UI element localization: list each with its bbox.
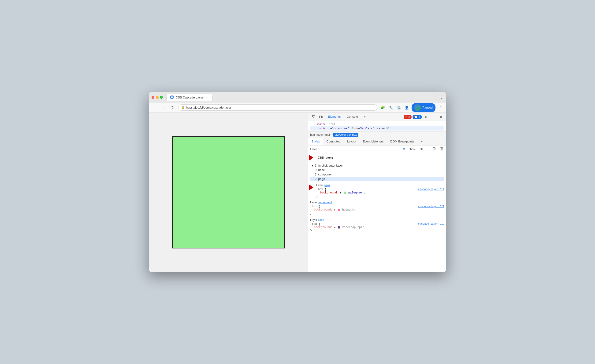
color-arrow-base[interactable]: ▶: [334, 226, 335, 229]
styles-tab[interactable]: Styles: [308, 138, 323, 145]
close-button[interactable]: [152, 96, 154, 99]
devtools-tabs: Elements Console »: [325, 113, 368, 120]
settings-button[interactable]: ⚙: [423, 114, 429, 120]
layout-icon[interactable]: [438, 146, 444, 152]
devtools-icon[interactable]: 🔧: [388, 104, 394, 111]
event-listeners-tab[interactable]: Event Listeners: [359, 138, 387, 145]
copy-styles-button[interactable]: [431, 146, 437, 152]
tab-favicon: [170, 96, 174, 99]
color-arrow-component[interactable]: ▶: [334, 208, 335, 211]
color-arrow-page[interactable]: ▶: [340, 191, 341, 194]
more-style-tabs[interactable]: »: [418, 138, 426, 145]
css-rule-base: .box { cascade-layer:317 background: ▶ r…: [310, 222, 444, 232]
warning-badge: 💬 4: [412, 115, 422, 119]
refresh-button[interactable]: ↻: [169, 104, 176, 111]
more-menu-button[interactable]: ⋮: [437, 104, 443, 111]
layer-base-link[interactable]: base: [318, 218, 324, 221]
svg-rect-4: [433, 148, 435, 150]
profile-icon[interactable]: 👤: [404, 104, 410, 111]
layer-page-link[interactable]: page: [324, 184, 330, 187]
traffic-lights: [152, 96, 163, 99]
breadcrumb-main[interactable]: main: [325, 133, 332, 136]
active-tab[interactable]: CSS Cascade Layer ×: [167, 94, 212, 101]
paused-label: Paused: [422, 106, 433, 109]
layout-tab[interactable]: Layout: [344, 138, 359, 145]
breadcrumb-selected[interactable]: div#color-box.box: [333, 133, 358, 137]
devtools-panel: Elements Console » ✕ 8 💬 4: [308, 113, 446, 272]
console-tab[interactable]: Console: [344, 113, 361, 120]
color-swatch-hotpink[interactable]: [338, 209, 340, 211]
more-tabs-button[interactable]: »: [361, 113, 368, 120]
css-tree: ▼ 3: implicit outer layer 0: base 1: com…: [308, 162, 446, 182]
breadcrumb: html › body › main › div#color-box.box: [308, 132, 446, 138]
color-box: [172, 136, 285, 248]
address-bar: ← → ↻ 🔒 🧩 🔧 📡 👤 Paused ⋮: [149, 103, 446, 113]
color-swatch-palegreen[interactable]: [344, 192, 346, 194]
add-style-button[interactable]: +: [426, 147, 430, 151]
layer-base-section: Layer base .box { cascade-layer:317 back…: [308, 217, 446, 234]
layer-component-section: Layer component .box { cascade-layer:322…: [308, 199, 446, 217]
webpage-area: [149, 113, 308, 272]
address-bar-icons: 🧩 🔧 📡 👤 Paused ⋮: [380, 103, 443, 112]
minimize-button[interactable]: [156, 96, 159, 99]
user-avatar: [414, 104, 421, 111]
css-source-page[interactable]: cascade-layer:312: [418, 188, 444, 191]
svg-point-0: [171, 96, 173, 98]
computed-tab[interactable]: Computed: [323, 138, 344, 145]
layer-page-header: Layer page: [316, 184, 444, 187]
back-button[interactable]: ←: [152, 104, 158, 111]
css-tree-base[interactable]: 0: base: [310, 168, 444, 172]
layer-component-header: Layer component: [310, 201, 444, 204]
css-source-base[interactable]: cascade-layer:317: [418, 222, 444, 225]
dom-line-1: <main> grid: [310, 122, 444, 126]
maximize-button[interactable]: [160, 96, 163, 99]
styles-content: CSS layers ▼ 3: implicit outer layer 0: …: [308, 153, 446, 272]
dom-breakpoints-tab[interactable]: DOM Breakpoints: [387, 138, 418, 145]
styles-tabs: Styles Computed Layout Event Listeners D…: [308, 138, 446, 145]
cast-icon[interactable]: 📡: [396, 104, 402, 111]
paused-button[interactable]: Paused: [411, 103, 435, 112]
devtools-more-button[interactable]: ⋮: [430, 114, 437, 120]
css-tree-component[interactable]: 1: component: [310, 172, 444, 177]
extensions-icon[interactable]: 🧩: [380, 104, 386, 111]
arrow-layer-page: [309, 185, 313, 190]
device-toolbar-button[interactable]: [318, 114, 324, 120]
layer-page-section: Layer page .box { cascade-layer:312 back…: [314, 182, 446, 199]
close-devtools-button[interactable]: ✕: [438, 114, 444, 120]
tab-bar: CSS Cascade Layer × +: [167, 94, 438, 101]
dom-line-selected[interactable]: <div id="color-box" class="box"> </div> …: [310, 126, 444, 130]
css-layers-section: CSS layers: [316, 154, 446, 161]
css-tree-page[interactable]: 2: page: [310, 177, 444, 181]
window-controls: ⌄: [439, 95, 443, 100]
devtools-right-icons: ✕ 8 💬 4 ⚙ ⋮ ✕: [404, 114, 444, 120]
tab-close-button[interactable]: ×: [205, 96, 209, 99]
new-tab-button[interactable]: +: [213, 95, 219, 100]
svg-rect-2: [321, 116, 322, 118]
css-layers-header: CSS layers: [316, 154, 446, 161]
hov-button[interactable]: :hov: [408, 147, 417, 151]
css-rule-component: .box { cascade-layer:322 background: ▶ h…: [310, 205, 444, 215]
cls-button[interactable]: .cls: [418, 147, 425, 151]
filter-bar: ⟳ :hov .cls +: [308, 145, 446, 153]
filter-refresh-icon[interactable]: ⟳: [402, 147, 407, 151]
css-source-component[interactable]: cascade-layer:322: [418, 205, 444, 208]
tab-title: CSS Cascade Layer: [176, 96, 203, 99]
lock-icon: 🔒: [181, 106, 185, 109]
arrow-css-layers: [309, 155, 313, 160]
dom-inspector: <main> grid <div id="color-box" class="b…: [308, 121, 446, 132]
css-tree-root[interactable]: ▼ 3: implicit outer layer: [310, 163, 444, 168]
error-badge: ✕ 8: [404, 115, 412, 119]
breadcrumb-body[interactable]: body: [317, 133, 324, 136]
filter-icons: ⟳ :hov .cls +: [402, 146, 444, 152]
forward-button[interactable]: →: [161, 104, 167, 111]
elements-tab[interactable]: Elements: [325, 113, 343, 120]
svg-rect-1: [319, 116, 321, 118]
layer-component-link[interactable]: component: [318, 201, 332, 204]
layer-base-header: Layer base: [310, 218, 444, 221]
filter-input[interactable]: [310, 147, 401, 151]
devtools-header: Elements Console » ✕ 8 💬 4: [308, 113, 446, 121]
color-swatch-rebeccapurple[interactable]: [338, 226, 340, 228]
inspect-element-button[interactable]: [310, 114, 317, 120]
address-input[interactable]: [178, 104, 377, 111]
breadcrumb-html[interactable]: html: [310, 133, 316, 136]
